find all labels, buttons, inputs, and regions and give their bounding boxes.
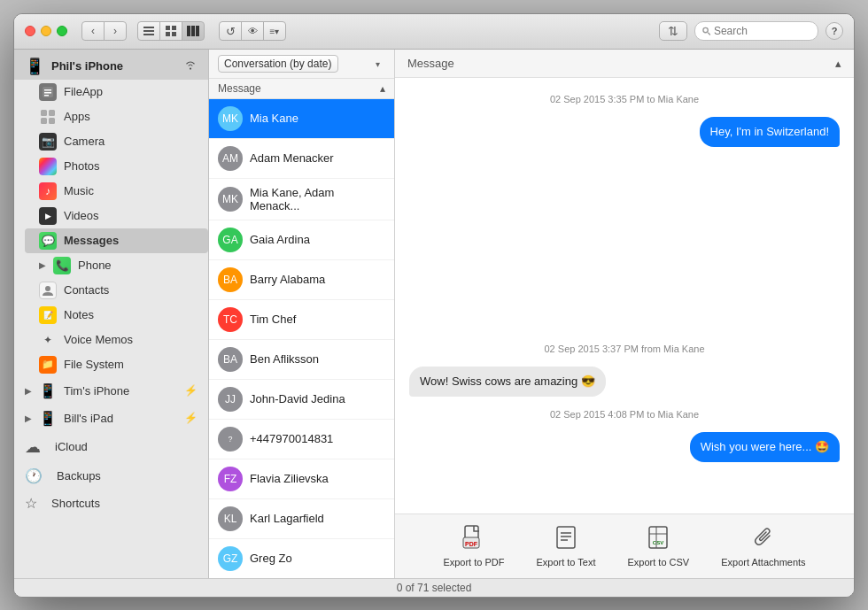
- conv-item-adam-menacker[interactable]: AM Adam Menacker: [209, 139, 394, 179]
- notes-icon: 📝: [39, 306, 57, 324]
- svg-rect-4: [172, 26, 176, 30]
- conv-item-greg[interactable]: GZ Greg Zo: [209, 539, 394, 578]
- sidebar-item-contacts[interactable]: Contacts: [25, 278, 208, 303]
- list-options-button[interactable]: ≡▾: [263, 21, 286, 41]
- device-phone-icon: 📱: [25, 57, 44, 76]
- bills-expand-arrow: ▶: [25, 413, 32, 423]
- back-button[interactable]: ‹: [81, 21, 105, 41]
- conv-name-john: John-David Jedina: [250, 392, 345, 405]
- camera-label: Camera: [64, 135, 105, 148]
- conv-name-tim: Tim Chef: [250, 313, 296, 326]
- main-window: ‹ › ↺ 👁 ≡▾ ⇅ ?: [13, 13, 855, 598]
- sidebar-device-tims-iphone[interactable]: ▶ 📱 Tim's iPhone ⚡: [14, 377, 208, 405]
- main-content: 📱 Phil's iPhone FileApp Apps: [14, 50, 854, 578]
- messages-label: Messages: [64, 234, 119, 247]
- fullscreen-button[interactable]: [57, 26, 67, 36]
- svg-rect-7: [187, 26, 190, 36]
- sidebar-item-camera[interactable]: 📷 Camera: [25, 129, 208, 154]
- export-text-label: Export to Text: [536, 557, 595, 568]
- fileapp-icon: [39, 83, 57, 101]
- message-header: Message ▴: [395, 50, 854, 78]
- conv-item-john-david[interactable]: JJ John-David Jedina: [209, 380, 394, 420]
- tims-usb-icon: ⚡: [184, 384, 198, 397]
- bills-ipad-label: Bill's iPad: [64, 412, 177, 425]
- svg-rect-8: [191, 26, 195, 36]
- backups-icon: 🕐: [25, 467, 43, 484]
- search-bar[interactable]: [694, 21, 818, 41]
- sidebar-item-phone[interactable]: ▶ 📞 Phone: [25, 253, 208, 278]
- sync-button[interactable]: ⇅: [659, 21, 687, 41]
- conv-item-mia-kane[interactable]: MK Mia Kane: [209, 99, 394, 139]
- action-buttons: ↺ 👁 ≡▾: [219, 21, 286, 41]
- shortcuts-label: Shortcuts: [51, 497, 198, 510]
- conv-name-mia-kane: Mia Kane: [250, 112, 298, 125]
- sidebar-device-bills-ipad[interactable]: ▶ 📱 Bill's iPad ⚡: [14, 405, 208, 432]
- sidebar-item-photos[interactable]: Photos: [25, 154, 208, 179]
- conv-name-ben: Ben Afliksson: [250, 352, 319, 366]
- conv-name-gaia: Gaia Ardina: [250, 233, 310, 246]
- sidebar-item-shortcuts[interactable]: ☆ Shortcuts: [14, 490, 208, 517]
- svg-rect-3: [166, 26, 170, 30]
- sidebar-item-voicememos[interactable]: ✦ Voice Memos: [25, 328, 208, 352]
- conv-item-tim[interactable]: TC Tim Chef: [209, 300, 394, 340]
- phone-expand-arrow: ▶: [39, 260, 46, 270]
- sidebar: 📱 Phil's iPhone FileApp Apps: [14, 50, 209, 578]
- music-icon: ♪: [39, 182, 57, 200]
- conv-item-karl[interactable]: KL Karl Lagarfield: [209, 499, 394, 539]
- message-header-label: Message: [407, 57, 454, 70]
- sidebar-item-fileapp[interactable]: FileApp: [25, 80, 208, 104]
- conv-name-adam: Adam Menacker: [250, 151, 334, 165]
- sidebar-item-notes[interactable]: 📝 Notes: [25, 303, 208, 328]
- conv-item-barry[interactable]: BA Barry Alabama: [209, 260, 394, 300]
- export-pdf-button[interactable]: PDF Export to PDF: [436, 521, 511, 571]
- messages-icon: 💬: [39, 232, 57, 250]
- svg-rect-2: [143, 34, 154, 35]
- svg-text:PDF: PDF: [465, 541, 478, 547]
- conversation-sort-wrapper[interactable]: Conversation (by date): [218, 55, 385, 73]
- export-attachments-button[interactable]: Export Attachments: [714, 521, 812, 571]
- voicememos-icon: ✦: [39, 331, 57, 349]
- conv-item-ben[interactable]: BA Ben Afliksson: [209, 340, 394, 380]
- conv-item-gaia[interactable]: GA Gaia Ardina: [209, 220, 394, 260]
- view-columns-button[interactable]: [182, 21, 205, 41]
- sidebar-item-music[interactable]: ♪ Music: [25, 179, 208, 204]
- status-text: 0 of 71 selected: [397, 582, 472, 594]
- sidebar-device-phils-iphone[interactable]: 📱 Phil's iPhone: [14, 50, 208, 80]
- sidebar-item-apps[interactable]: Apps: [25, 104, 208, 129]
- conv-item-phone1[interactable]: ? +447970014831: [209, 420, 394, 459]
- eye-button[interactable]: 👁: [241, 21, 264, 41]
- message-column-header: Message ▴: [209, 79, 394, 99]
- svg-rect-5: [166, 32, 170, 36]
- conversation-sort-select[interactable]: Conversation (by date): [218, 55, 338, 73]
- sidebar-item-filesystem[interactable]: 📁 File System: [25, 352, 208, 377]
- sidebar-item-messages[interactable]: 💬 Messages: [25, 228, 208, 253]
- view-list-button[interactable]: [137, 21, 160, 41]
- export-text-button[interactable]: Export to Text: [529, 521, 602, 571]
- svg-point-22: [45, 286, 50, 291]
- view-icon-button[interactable]: [159, 21, 182, 41]
- conv-name-barry: Barry Alabama: [250, 273, 325, 286]
- filesystem-label: File System: [64, 358, 124, 371]
- help-button[interactable]: ?: [825, 22, 843, 40]
- message-panel: Message ▴ 02 Sep 2015 3:35 PM to Mia Kan…: [395, 50, 854, 578]
- conv-item-mia-adam[interactable]: MK Mia Kane, Adam Menack...: [209, 179, 394, 220]
- refresh-button[interactable]: ↺: [219, 21, 242, 41]
- conv-item-flavia[interactable]: FZ Flavia Zilievska: [209, 459, 394, 499]
- export-csv-button[interactable]: CSV Export to CSV: [621, 521, 697, 571]
- minimize-button[interactable]: [41, 26, 51, 36]
- svg-rect-15: [44, 92, 51, 94]
- message-area[interactable]: 02 Sep 2015 3:35 PM to Mia Kane Hey, I'm…: [395, 78, 854, 513]
- search-input[interactable]: [714, 25, 810, 37]
- shortcuts-icon: ☆: [25, 495, 37, 512]
- tims-expand-arrow: ▶: [25, 386, 32, 396]
- forward-button[interactable]: ›: [104, 21, 127, 41]
- bills-device-icon: 📱: [39, 410, 57, 427]
- close-button[interactable]: [25, 26, 35, 36]
- sidebar-item-icloud[interactable]: ☁ iCloud: [14, 432, 208, 462]
- svg-point-10: [703, 27, 708, 32]
- msg-bubble-1: Hey, I'm in Switzerland!: [700, 117, 840, 147]
- export-pdf-label: Export to PDF: [443, 557, 504, 568]
- sidebar-item-videos[interactable]: ▶ Videos: [25, 204, 208, 228]
- export-pdf-icon: PDF: [462, 525, 485, 555]
- sidebar-item-backups[interactable]: 🕐 Backups: [14, 462, 208, 490]
